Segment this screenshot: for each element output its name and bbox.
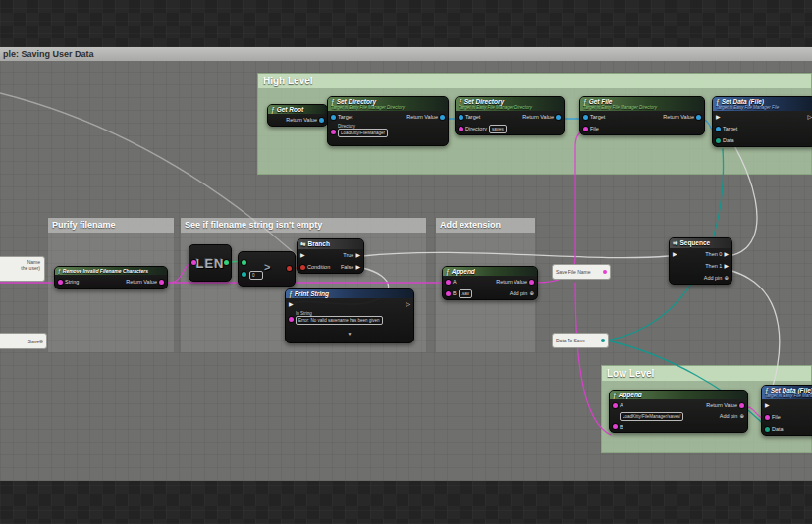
node-title: Append [619,392,642,398]
greater-operator: > [264,261,270,273]
comment-group-add-extension-title[interactable]: Add extension [436,218,535,233]
target-pin[interactable] [716,127,721,131]
result-bool-pin[interactable] [287,266,292,271]
node-title: Branch [307,240,329,247]
b-pin[interactable] [242,272,246,277]
left-note-box[interactable]: Name the user) [0,256,45,282]
return-value-pin[interactable] [556,115,561,120]
exec-in-pin[interactable]: ▶ [300,252,305,258]
pin-label: Directory [465,126,487,131]
node-sequence[interactable]: ⇉Sequence ▶ Then 0▶ Then 1▶ Add pin⊕ [669,237,732,285]
target-pin[interactable] [583,115,588,120]
condition-pin[interactable] [300,265,305,270]
exec-in-pin[interactable]: ▶ [716,114,721,120]
branch-icon: ⇆ [300,240,305,247]
node-greater-than[interactable]: 0 > [238,251,296,287]
node-title: Get File [589,98,613,105]
node-append-extension[interactable]: ƒAppend A Return Value B .sav Add pin⊕ [442,266,538,300]
exec-in-pin[interactable]: ▶ [765,402,770,408]
pin-label: Then 1 [705,263,722,269]
function-icon: ƒ [58,268,61,274]
node-remove-invalid-filename-characters[interactable]: ƒRemove Invalid Filename Characters Stri… [54,266,168,289]
reroute-pin[interactable] [601,339,605,342]
directory-input[interactable]: saves [489,125,507,133]
return-value-pin[interactable] [739,403,744,408]
node-len[interactable]: LEN [189,244,232,282]
graph-background-bottom [0,481,812,524]
a-int-pin[interactable] [242,260,246,265]
add-pin-icon[interactable]: ⊕ [724,275,729,281]
a-value-input[interactable]: LoadKitty/FileManager/saves/ [620,412,683,421]
function-icon: ƒ [716,98,720,105]
left-note-box-2[interactable]: Save [0,333,47,349]
then0-exec-pin[interactable]: ▶ [724,251,729,257]
reroute-pin[interactable] [39,340,43,343]
node-print-string[interactable]: ƒPrint String ▶ ▷ In String Error: No va… [285,288,414,343]
data-pin[interactable] [765,427,770,432]
comment-group-purify-title[interactable]: Purify filename [48,218,174,233]
exec-in-pin[interactable]: ▶ [289,301,294,307]
string-pin[interactable] [58,280,63,285]
pin-label: Target [338,114,352,120]
add-pin-icon[interactable]: ⊕ [739,413,744,419]
return-value-pin[interactable] [159,280,164,285]
outer-comment-title[interactable]: ple: Saving User Data [0,47,812,61]
b-pin[interactable] [613,424,618,429]
node-append-low[interactable]: ƒAppend A Return Value LoadKitty/FileMan… [609,390,748,433]
in-string-pin[interactable] [289,317,294,322]
node-set-directory-1[interactable]: ƒSet Directory Target is Easy File Manag… [327,96,449,146]
return-value-pin[interactable] [529,280,534,285]
node-subtitle: Target is Easy File Manager Directory [331,105,445,110]
reroute-data-to-save[interactable]: Data To Save [552,333,609,348]
return-value-pin[interactable] [440,115,445,120]
pin-label: Then 0 [705,251,722,257]
pin-label: True [343,252,353,258]
return-value-pin[interactable] [696,115,701,120]
add-pin-icon[interactable]: ⊕ [529,290,534,296]
comment-group-high-level-title[interactable]: High Level [258,74,811,88]
b-value-input[interactable]: 0 [249,271,263,280]
node-set-data-low[interactable]: ƒSet Data (File) Target is Easy File Man… [761,385,812,436]
data-pin[interactable] [716,138,721,143]
node-set-directory-2[interactable]: ƒSet Directory Target is Easy File Manag… [455,96,565,135]
string-in-pin[interactable] [191,260,196,265]
file-pin[interactable] [765,415,770,420]
target-pin[interactable] [459,115,463,120]
comment-group-check-empty-title[interactable]: See if filename string isn't empty [181,218,426,233]
node-get-root[interactable]: ƒGet Root Return Value [267,104,328,127]
exec-out-pin[interactable]: ▷ [807,114,812,120]
b-value-input[interactable]: .sav [459,289,472,298]
node-set-data-high[interactable]: ƒSet Data (File) Target is Easy File Man… [712,96,812,147]
reroute-pin[interactable] [603,270,607,274]
file-pin[interactable] [583,127,588,131]
pin-label: Return Value [522,114,554,120]
directory-input[interactable]: LoadKitty/FileManager [338,129,388,137]
node-branch[interactable]: ⇆Branch ▶ True▶ Condition False▶ [297,238,364,274]
exec-in-pin[interactable]: ▶ [673,251,677,257]
b-pin[interactable] [446,291,451,296]
graph-background-top [0,0,812,47]
then1-exec-pin[interactable]: ▶ [724,263,729,269]
node-get-file[interactable]: ƒGet File Target is Easy File Manager Di… [579,96,705,135]
exec-out-pin[interactable]: ▷ [406,301,410,307]
a-pin[interactable] [613,403,618,408]
directory-pin[interactable] [331,130,336,134]
reroute-save-file-name[interactable]: Save File Name [552,264,611,280]
true-exec-pin[interactable]: ▶ [355,252,360,258]
comment-group-low-level-title[interactable]: Low Level [602,366,811,381]
note-line: Save [28,339,39,344]
node-subtitle: Target is Easy File Manager File [716,105,812,110]
false-exec-pin[interactable]: ▶ [355,264,360,270]
target-pin[interactable] [331,115,336,120]
directory-pin[interactable] [459,127,463,131]
return-value-pin[interactable] [319,118,324,123]
expand-arrow-icon[interactable]: ▼ [286,331,413,337]
in-string-input[interactable]: Error: No valid savename has been given [296,316,383,325]
pin-label: A [453,279,457,285]
int-out-pin[interactable] [224,260,229,265]
sequence-icon: ⇉ [673,239,677,246]
function-icon: ƒ [331,98,335,105]
function-icon: ƒ [765,387,769,393]
a-pin[interactable] [446,280,451,285]
pin-label: Add pin [720,413,738,419]
